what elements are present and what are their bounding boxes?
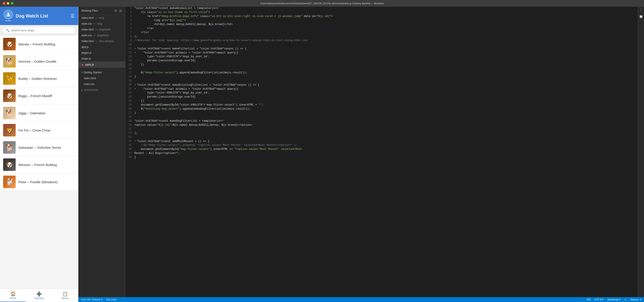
gutter-icon-1: | [641,8,642,12]
dog-name-breed: Wanda – French Bulldog [18,42,55,46]
code-line: 36 document.getElementById("map-filter-s… [126,148,638,152]
warning-icon[interactable]: ⚠ [624,298,627,301]
file-name: parts.js [85,63,94,66]
file-item[interactable]: index.html — chiu.dickson [78,38,125,44]
dog-list-item[interactable]: 🐩 Peter – Poodle (Miniature) [0,173,78,191]
line-number: 27 [127,111,134,115]
line-number: 38 [127,156,134,160]
folder-file[interactable]: main.css [78,81,125,87]
subfolder[interactable]: ▸screenshots [78,87,125,93]
line-content: ▾"color:#c678dd">const addMostRecent = (… [134,140,209,144]
code-line: 35 //$("#map-filter-select").prepend( "<… [126,144,638,148]
code-line: 33 [126,136,638,140]
maximize-button[interactable] [11,2,14,5]
line-number: 3 [127,15,134,19]
code-area[interactable]: 1"color:#c678dd">const makeAnimalList = … [126,7,638,297]
file-item[interactable]: style.css — king [78,21,125,27]
file-item[interactable]: app.js [78,44,125,50]
profile-label: Profile [5,20,11,22]
footer-icon: ➕ [36,291,42,297]
footer-btn-add-dog[interactable]: ➕Add Dog [26,289,52,302]
window-title: /Users/dicksonchiu/Documents/GitHub/wnm6… [260,2,384,5]
line-content: ); [134,35,138,39]
close-dot[interactable]: ● [82,63,83,66]
code-line: 21▾ "color:#c678dd">let animals = "color… [126,87,638,91]
file-item[interactable]: index.html — king [78,15,125,21]
dog-name-breed: Peter – Poodle (Miniature) [18,180,58,184]
line-number: 11 [127,47,134,51]
file-item[interactable]: index.html — dogwatch [78,27,125,32]
line-content: type:"color:#98c379">'dogs_by_user_id', [134,91,210,95]
left-panel: Profile Dog Watch List ☰ 🔍 🐶 Wanda – Fre… [0,7,78,302]
line-number: 34 [127,140,134,144]
dog-list-item[interactable]: 🐕 Sebastian – Yorkshire Terrier [0,139,78,156]
code-line: 24 }) [126,99,638,103]
dog-list-item[interactable]: 🐶 Riggs – French Mastiff [0,87,78,104]
line-content: document.getElementById("map-filter-sele… [134,148,302,152]
dog-list-item[interactable]: 🐕 Ziggy – Dalmatian [0,104,78,122]
line-content: //$("#map-filter-select").prepend( "<opt… [134,144,297,148]
line-content: <option value="${o.id}">${o.name} &ensp;… [134,123,252,127]
code-line: 13 type:"color:#98c379">'dogs_by_user_id… [126,55,638,59]
line-number: 26 [127,107,134,111]
code-line: 38} [126,156,638,160]
file-item[interactable]: ●parts.js [78,61,125,68]
line-number: 13 [127,55,134,59]
dog-list-item[interactable]: 🐶 Wanda – French Bulldog [0,35,78,53]
line-number: 20 [127,83,134,87]
dog-list-item[interactable]: 🦁 Fei Fei – Chow Chow [0,122,78,139]
split-icon[interactable]: ⊟ [119,9,122,12]
dog-list-item[interactable]: 🐕 Gemma – Golden Doodle [0,53,78,70]
file-item[interactable]: maps.js [78,56,125,61]
file-name: style.css [82,34,92,37]
search-input[interactable] [11,29,72,32]
close-button[interactable] [3,2,5,5]
line-number: 29 [127,119,134,123]
settings-icon[interactable]: ⚙ [114,9,117,12]
code-line: 6 </a> [126,27,638,31]
line-number: 8 [127,35,134,39]
code-line: 16 [126,67,638,71]
dog-thumbnail: 🦁 [3,124,16,136]
folder-header[interactable]: ▾Getting Started [78,70,125,75]
dog-thumbnail: 🦮 [3,72,16,85]
folder-file[interactable]: index.html [78,75,125,81]
line-content: ▾ "color:#c678dd">let animals = "color:#… [134,51,238,55]
dog-name-breed: Fei Fei – Chow Chow [18,128,50,132]
line-content: ` [134,127,136,132]
avatar[interactable] [4,10,13,19]
dog-emoji: 🐕 [3,55,16,67]
status-encoding[interactable]: UTF-8 ▾ [594,298,603,301]
code-line: 7 </li>` [126,31,638,35]
status-language[interactable]: JavaScript ▾ [607,298,620,301]
dog-emoji: 🐶 [3,38,16,50]
dog-name-breed: Winston – French Bulldog [18,163,57,167]
file-item[interactable]: style.css — dogwatch [78,32,125,38]
footer-btn-recent[interactable]: 📋Recent [52,289,78,302]
line-content: //Reminder for html spacing: https://www… [134,39,308,43]
left-header: Profile Dog Watch List ☰ [0,7,78,25]
footer-btn-home[interactable]: 🏠Home [0,289,26,302]
subfolder-name: screenshots [84,88,98,91]
dog-list-item[interactable]: 🦮 Buddy – Golden Retriever [0,70,78,87]
hamburger-menu[interactable]: ☰ [70,13,74,18]
file-item[interactable]: pages.js [78,50,125,56]
line-number: 32 [127,132,134,136]
status-spaces[interactable]: Spaces: 4 [630,298,641,301]
file-name: maps.js [82,57,91,60]
line-content: Recent - All Dogs</option>"; [134,152,180,156]
line-number: 36 [127,148,134,152]
line-number: 5 [127,23,134,27]
line-content: params:[sessionStorage.userId] [134,95,196,99]
status-line: Line 142, Column 2 [81,298,102,301]
code-line: 9//Reminder for html spacing: https://ww… [126,39,638,43]
minimize-button[interactable] [7,2,10,5]
line-number: 33 [127,136,134,140]
title-bar: /Users/dicksonchiu/Documents/GitHub/wnm6… [0,0,644,7]
main-layout: Profile Dog Watch List ☰ 🔍 🐶 Wanda – Fre… [0,7,644,302]
line-number: 14 [127,59,134,63]
search-icon: 🔍 [6,28,10,32]
editor-layout: Working Files ⚙ ⊟ index.html — kingstyle… [78,7,644,297]
line-number: 28 [127,115,134,119]
dog-list-item[interactable]: 🐶 Winston – French Bulldog [0,156,78,173]
